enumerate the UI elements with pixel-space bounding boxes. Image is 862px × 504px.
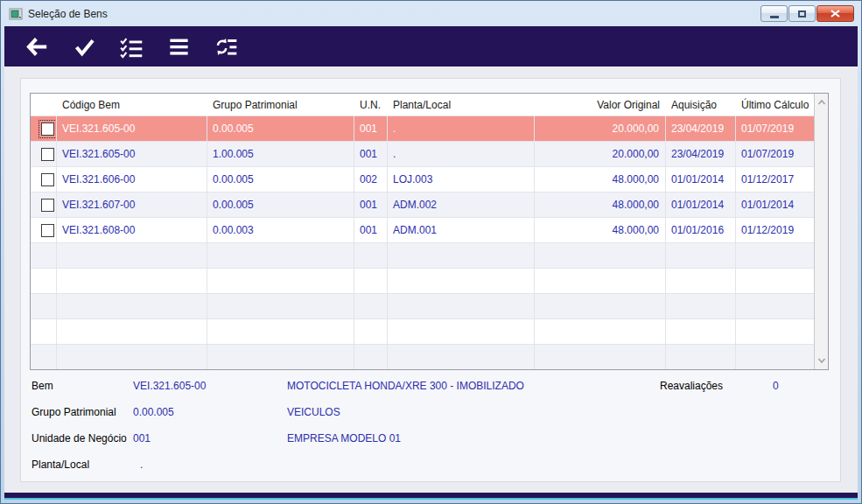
detail-label: Planta/Local <box>32 458 133 471</box>
cell-aquisicao <box>666 243 736 268</box>
cell-planta: ADM.001 <box>388 218 535 242</box>
row-checkbox-cell <box>31 269 57 293</box>
reavaliacoes-value: 0 <box>773 380 779 392</box>
cell-grupo <box>207 243 354 268</box>
cell-planta: . <box>388 142 535 166</box>
row-checkbox-cell <box>31 218 57 242</box>
cell-codigo <box>57 243 207 268</box>
maximize-button[interactable] <box>788 5 816 22</box>
cell-planta <box>388 243 535 268</box>
row-checkbox-cell <box>31 142 57 166</box>
cell-aquisicao: 23/04/2019 <box>666 116 736 141</box>
column-header-un[interactable]: U.N. <box>354 94 388 116</box>
scroll-up-icon[interactable] <box>815 95 829 109</box>
column-header-valor[interactable]: Valor Original <box>535 94 666 116</box>
cell-aquisicao: 01/01/2014 <box>666 167 736 192</box>
content-area: Código BemGrupo PatrimonialU.N.Planta/Lo… <box>4 66 858 500</box>
cell-un: 001 <box>354 218 388 242</box>
column-header-codigo[interactable]: Código Bem <box>57 94 207 116</box>
arrow-left-icon <box>25 35 49 59</box>
row-checkbox[interactable] <box>41 122 54 136</box>
window: Seleção de Bens Código BemGrupo Patrimon… <box>0 0 862 504</box>
cell-un <box>354 269 388 293</box>
row-checkbox[interactable] <box>41 224 54 237</box>
detail-description: EMPRESA MODELO 01 <box>287 432 401 444</box>
refresh-list-button[interactable] <box>207 31 244 62</box>
table-row-empty[interactable] <box>31 269 828 294</box>
detail-description: MOTOCICLETA HONDA/XRE 300 - IMOBILIZADO <box>287 380 524 392</box>
cell-planta <box>388 294 535 318</box>
cell-planta: ADM.002 <box>388 192 535 217</box>
row-checkbox[interactable] <box>41 173 54 186</box>
detail-row: BemVEI.321.605-00MOTOCICLETA HONDA/XRE 3… <box>32 373 830 399</box>
detail-label: Grupo Patrimonial <box>32 406 133 418</box>
cell-codigo: VEI.321.605-00 <box>57 116 207 141</box>
app-icon <box>9 7 23 21</box>
scroll-down-icon[interactable] <box>815 354 829 368</box>
cell-un: 001 <box>354 192 388 217</box>
table-row[interactable]: VEI.321.605-000.00.005001.20.000,0023/04… <box>31 116 828 142</box>
cell-codigo <box>57 294 207 318</box>
row-checkbox[interactable] <box>41 199 54 212</box>
column-header-planta[interactable]: Planta/Local <box>388 94 535 116</box>
list-icon <box>167 35 191 59</box>
detail-row: Grupo Patrimonial0.00.005VEICULOS <box>32 399 830 425</box>
table-row-empty[interactable] <box>31 294 828 319</box>
cell-aquisicao <box>666 269 736 293</box>
cell-valor <box>535 345 666 369</box>
cell-grupo <box>207 269 354 293</box>
detail-value: VEI.321.605-00 <box>133 380 287 392</box>
confirm-button[interactable] <box>66 31 102 62</box>
detail-row: Unidade de Negócio001EMPRESA MODELO 01 <box>32 425 830 452</box>
cell-valor <box>535 243 666 268</box>
cell-planta: LOJ.003 <box>388 167 535 192</box>
cell-grupo: 0.00.005 <box>207 167 354 192</box>
table-row-empty[interactable] <box>31 243 828 269</box>
cell-codigo: VEI.321.608-00 <box>57 218 207 242</box>
detail-value: . <box>133 458 287 471</box>
column-header-grupo[interactable]: Grupo Patrimonial <box>207 94 354 116</box>
back-button[interactable] <box>18 31 55 62</box>
cell-aquisicao: 01/01/2016 <box>666 218 736 242</box>
cell-valor: 20.000,00 <box>535 142 666 166</box>
table-row[interactable]: VEI.321.605-001.00.005001.20.000,0023/04… <box>31 142 828 167</box>
maximize-icon <box>798 10 806 18</box>
table-header-row: Código BemGrupo PatrimonialU.N.Planta/Lo… <box>31 94 828 116</box>
table-row[interactable]: VEI.321.606-000.00.005002LOJ.00348.000,0… <box>31 167 828 192</box>
refresh-list-icon <box>214 35 238 59</box>
close-button[interactable] <box>816 5 854 22</box>
row-checkbox-cell <box>31 243 57 268</box>
vertical-scrollbar[interactable] <box>814 94 828 369</box>
cell-codigo: VEI.321.606-00 <box>57 167 207 192</box>
checklist-button[interactable] <box>113 31 150 62</box>
list-button[interactable] <box>160 31 197 62</box>
cell-valor <box>535 319 666 344</box>
row-checkbox[interactable] <box>41 148 54 161</box>
cell-un: 001 <box>354 116 388 141</box>
cell-codigo <box>57 269 207 293</box>
minimize-button[interactable] <box>760 5 788 22</box>
table-row-empty[interactable] <box>31 319 828 345</box>
column-header-cb <box>31 94 57 116</box>
cell-aquisicao <box>666 294 736 318</box>
reavaliacoes-label: Reavaliações <box>660 380 723 392</box>
cell-valor: 48.000,00 <box>535 218 666 242</box>
check-icon <box>73 35 96 59</box>
table-row[interactable]: VEI.321.608-000.00.003001ADM.00148.000,0… <box>31 218 828 243</box>
cell-un <box>354 243 388 268</box>
cell-aquisicao: 23/04/2019 <box>666 142 736 166</box>
column-header-aquisicao[interactable]: Aquisição <box>666 94 736 116</box>
toolbar <box>4 26 858 66</box>
cell-valor <box>535 294 666 318</box>
assets-panel: Código BemGrupo PatrimonialU.N.Planta/Lo… <box>20 78 841 482</box>
cell-codigo: VEI.321.607-00 <box>57 192 207 217</box>
asset-details: BemVEI.321.605-00MOTOCICLETA HONDA/XRE 3… <box>32 373 830 478</box>
cell-un <box>354 319 388 344</box>
cell-valor: 48.000,00 <box>535 192 666 217</box>
titlebar: Seleção de Bens <box>1 1 861 26</box>
cell-un: 001 <box>354 142 388 166</box>
table-row-empty[interactable] <box>31 345 828 370</box>
cell-planta <box>388 345 535 369</box>
cell-un: 002 <box>354 167 388 192</box>
table-row[interactable]: VEI.321.607-000.00.005001ADM.00248.000,0… <box>31 192 828 218</box>
